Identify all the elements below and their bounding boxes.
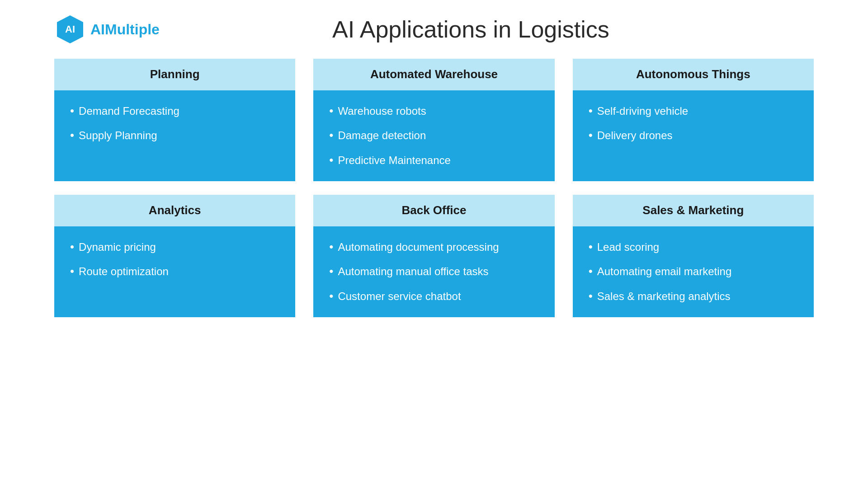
card-analytics: AnalyticsDynamic pricingRoute optimizati… [54,195,295,317]
list-item: Customer service chatbot [329,289,538,304]
logo-multiple: Multiple [105,21,160,38]
card-header-sales-marketing: Sales & Marketing [573,195,814,226]
card-body-back-office: Automating document processingAutomating… [313,226,554,317]
card-autonomous-things: Autonomous ThingsSelf-driving vehicleDel… [573,59,814,181]
page: AI AIMultiple AI Applications in Logisti… [0,0,868,488]
card-list-back-office: Automating document processingAutomating… [329,240,538,304]
list-item: Automating document processing [329,240,538,254]
list-item: Sales & marketing analytics [589,289,798,304]
list-item: Automating manual office tasks [329,264,538,279]
card-body-autonomous-things: Self-driving vehicleDelivery drones [573,90,814,181]
card-planning: PlanningDemand ForecastingSupply Plannin… [54,59,295,181]
card-body-sales-marketing: Lead scoringAutomating email marketingSa… [573,226,814,317]
card-body-automated-warehouse: Warehouse robotsDamage detectionPredicti… [313,90,554,181]
list-item: Lead scoring [589,240,798,254]
card-list-analytics: Dynamic pricingRoute optimization [70,240,279,279]
list-item: Demand Forecasting [70,104,279,118]
svg-text:AI: AI [65,23,75,35]
card-header-analytics: Analytics [54,195,295,226]
card-sales-marketing: Sales & MarketingLead scoringAutomating … [573,195,814,317]
card-list-sales-marketing: Lead scoringAutomating email marketingSa… [589,240,798,304]
cards-grid: PlanningDemand ForecastingSupply Plannin… [54,59,814,317]
logo-icon: AI [54,14,86,45]
card-automated-warehouse: Automated WarehouseWarehouse robotsDamag… [313,59,554,181]
header: AI AIMultiple AI Applications in Logisti… [54,14,814,45]
list-item: Damage detection [329,128,538,143]
logo-text: AIMultiple [90,21,160,38]
logo: AI AIMultiple [54,14,160,45]
card-back-office: Back OfficeAutomating document processin… [313,195,554,317]
card-body-planning: Demand ForecastingSupply Planning [54,90,295,181]
list-item: Automating email marketing [589,264,798,279]
card-header-autonomous-things: Autonomous Things [573,59,814,90]
logo-ai: AI [90,21,105,38]
card-list-automated-warehouse: Warehouse robotsDamage detectionPredicti… [329,104,538,168]
list-item: Predictive Maintenance [329,153,538,168]
card-header-automated-warehouse: Automated Warehouse [313,59,554,90]
list-item: Supply Planning [70,128,279,143]
list-item: Route optimization [70,264,279,279]
page-title: AI Applications in Logistics [160,16,782,43]
card-header-back-office: Back Office [313,195,554,226]
card-list-autonomous-things: Self-driving vehicleDelivery drones [589,104,798,143]
list-item: Dynamic pricing [70,240,279,254]
card-header-planning: Planning [54,59,295,90]
list-item: Warehouse robots [329,104,538,118]
card-body-analytics: Dynamic pricingRoute optimization [54,226,295,317]
card-list-planning: Demand ForecastingSupply Planning [70,104,279,143]
list-item: Delivery drones [589,128,798,143]
list-item: Self-driving vehicle [589,104,798,118]
